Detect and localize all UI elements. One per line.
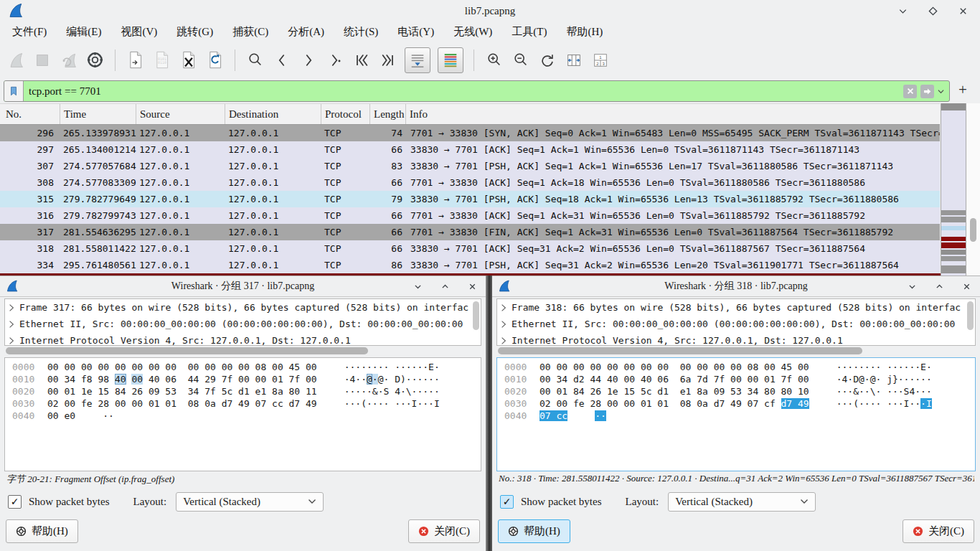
expand-icon[interactable] [501, 320, 507, 329]
capture-options-icon[interactable] [85, 50, 105, 70]
hex-line-0030[interactable]: 003002 00 fe 28 00 00 01 01 08 0a d7 49 … [5, 397, 481, 410]
show-packet-bytes-checkbox[interactable]: ✓ [8, 495, 22, 509]
column-header-no[interactable]: No. [0, 104, 60, 124]
hex-ascii[interactable]: ·····&·S 4·\····· [344, 385, 440, 397]
tree-item-ethernet[interactable]: Ethernet II, Src: 00:00:00_00:00:00 (00:… [5, 316, 481, 332]
packet-list-scrollbar[interactable] [966, 103, 980, 276]
packet-row-296[interactable]: 296265.133978931127.0.0.1127.0.0.1TCP747… [0, 125, 940, 141]
minimize-button[interactable] [907, 281, 918, 292]
menu-item-go[interactable]: 跳转(G) [172, 24, 217, 40]
close-file-icon[interactable] [179, 50, 198, 70]
menu-item-help[interactable]: 帮助(H) [562, 24, 607, 40]
tree-hscrollbar-thumb[interactable] [6, 347, 368, 354]
menu-item-telephony[interactable]: 电话(Y) [393, 24, 438, 40]
expand-icon[interactable] [9, 303, 14, 312]
hex-bytes[interactable]: 00 01 84 26 1e 15 5c d1 e1 8a 09 53 34 8… [540, 385, 809, 397]
hex-bytes[interactable]: 00 e0 [47, 410, 75, 422]
column-header-source[interactable]: Source [136, 104, 225, 124]
hex-ascii[interactable]: ········ ······E· [344, 361, 440, 373]
column-header-protocol[interactable]: Protocol [321, 104, 370, 124]
zoom-in-icon[interactable] [484, 50, 504, 70]
close-window-button[interactable] [958, 6, 969, 17]
menu-item-edit[interactable]: 编辑(E) [62, 24, 105, 40]
packet-row-317[interactable]: 317281.554636295127.0.0.1127.0.0.1TCP667… [0, 224, 940, 240]
hex-line-0040[interactable]: 004007 cc·· [497, 410, 975, 422]
packet-row-334[interactable]: 334295.761480561127.0.0.1127.0.0.1TCP863… [0, 257, 940, 273]
layout-select[interactable]: Vertical (Stacked) [176, 492, 324, 512]
close-window-button[interactable] [467, 281, 478, 292]
hex-bytes[interactable]: 02 00 fe 28 00 00 01 01 08 0a d7 49 07 c… [47, 397, 317, 410]
packet-detail-tree[interactable]: Frame 318: 66 bytes on wire (528 bits), … [496, 298, 976, 346]
filter-apply-button[interactable] [920, 85, 934, 98]
close-dialog-button[interactable]: 关闭(C) [408, 519, 480, 543]
tree-item-ip[interactable]: Internet Protocol Version 4, Src: 127.0.… [497, 332, 975, 346]
zoom-reset-icon[interactable] [537, 50, 557, 70]
expand-icon[interactable] [9, 336, 14, 345]
hex-bytes[interactable]: 02 00 fe 28 00 00 01 01 08 0a d7 49 07 c… [540, 397, 809, 410]
menu-item-view[interactable]: 视图(V) [117, 24, 162, 40]
hex-line-0020[interactable]: 002000 01 84 26 1e 15 5c d1 e1 8a 09 53 … [497, 385, 975, 397]
filter-add-button[interactable]: + [955, 80, 971, 100]
packet-row-318[interactable]: 318281.558011422127.0.0.1127.0.0.1TCP663… [0, 240, 940, 257]
scrollbar-thumb[interactable] [970, 218, 976, 242]
minimize-button[interactable] [897, 6, 908, 17]
hex-line-0040[interactable]: 004000 e0·· [5, 410, 481, 422]
packet-detail-tree[interactable]: Frame 317: 66 bytes on wire (528 bits), … [4, 298, 481, 346]
expand-icon[interactable] [501, 336, 507, 345]
filter-clear-button[interactable] [903, 85, 917, 98]
hex-ascii[interactable]: ·· [595, 410, 606, 422]
menu-item-statistics[interactable]: 统计(S) [339, 24, 382, 40]
layout-select[interactable]: Vertical (Stacked) [668, 492, 816, 512]
tree-item-frame[interactable]: Frame 318: 66 bytes on wire (528 bits), … [497, 299, 975, 316]
hex-ascii[interactable]: ·4·D@·@· j}······ [837, 373, 932, 385]
hex-bytes[interactable]: 00 34 d2 44 40 00 40 06 6a 7d 7f 00 00 0… [540, 373, 809, 385]
tree-hscrollbar[interactable] [496, 347, 976, 355]
tree-item-ethernet[interactable]: Ethernet II, Src: 00:00:00_00:00:00 (00:… [497, 316, 975, 332]
tree-item-frame[interactable]: Frame 317: 66 bytes on wire (528 bits), … [5, 299, 481, 316]
zoom-out-icon[interactable] [511, 50, 530, 70]
column-header-time[interactable]: Time [60, 104, 136, 124]
filter-dropdown-icon[interactable] [938, 89, 944, 94]
hex-ascii[interactable]: ········ ······E· [837, 361, 932, 373]
packet-row-297[interactable]: 297265.134001214127.0.0.1127.0.0.1TCP663… [0, 141, 940, 158]
close-window-button[interactable] [961, 281, 972, 292]
hex-bytes[interactable]: 07 cc [540, 410, 567, 422]
hex-bytes[interactable]: 00 00 00 00 00 00 00 00 00 00 00 00 08 0… [540, 361, 809, 373]
help-button[interactable]: 帮助(H) [498, 519, 570, 543]
expand-icon[interactable] [9, 320, 14, 329]
hex-ascii[interactable]: ···&··\· ···S4··· [837, 385, 932, 397]
expand-icon[interactable] [501, 303, 507, 312]
hex-bytes[interactable]: 00 01 1e 15 84 26 09 53 34 7f 5c d1 e1 8… [47, 385, 317, 397]
filter-bookmark-button[interactable] [4, 81, 24, 101]
menu-item-analyze[interactable]: 分析(A) [283, 24, 329, 40]
hex-line-0000[interactable]: 000000 00 00 00 00 00 00 00 00 00 00 00 … [5, 361, 481, 373]
reload-file-icon[interactable] [205, 50, 225, 70]
packet-bytes-pane[interactable]: 000000 00 00 00 00 00 00 00 00 00 00 00 … [4, 357, 481, 471]
restart-capture-icon[interactable] [59, 50, 78, 70]
menu-item-wireless[interactable]: 无线(W) [449, 24, 496, 40]
start-capture-icon[interactable] [6, 50, 25, 70]
colorize-icon[interactable] [438, 47, 463, 73]
display-filter-input[interactable]: tcp.port == 7701 [24, 85, 903, 98]
packet-row-307[interactable]: 307274.577057684127.0.0.1127.0.0.1TCP833… [0, 158, 940, 174]
go-back-icon[interactable] [272, 50, 291, 70]
column-header-info[interactable]: Info [406, 104, 940, 124]
menu-item-capture[interactable]: 捕获(C) [228, 24, 273, 40]
maximize-button[interactable] [440, 281, 451, 292]
packet-list-minimap[interactable] [941, 103, 966, 276]
go-forward-icon[interactable] [298, 50, 318, 70]
maximize-button[interactable] [928, 6, 938, 17]
hex-bytes[interactable]: 00 00 00 00 00 00 00 00 00 00 00 00 08 0… [47, 361, 317, 373]
menu-item-file[interactable]: 文件(F) [8, 24, 51, 40]
tree-scrollbar-thumb[interactable] [967, 301, 974, 330]
hex-line-0000[interactable]: 000000 00 00 00 00 00 00 00 00 00 00 00 … [497, 361, 975, 373]
stop-capture-icon[interactable] [32, 50, 52, 70]
column-header-destination[interactable]: Destination [225, 104, 321, 124]
hex-line-0020[interactable]: 002000 01 1e 15 84 26 09 53 34 7f 5c d1 … [5, 385, 481, 397]
go-to-packet-icon[interactable] [325, 50, 344, 70]
auto-scroll-icon[interactable] [405, 47, 430, 73]
menu-item-tools[interactable]: 工具(T) [507, 24, 551, 40]
hex-ascii[interactable]: ···(···· ···I···I [344, 397, 440, 410]
layout-icon[interactable]: 123 [590, 50, 610, 70]
packet-bytes-pane[interactable]: 000000 00 00 00 00 00 00 00 00 00 00 00 … [496, 357, 976, 471]
